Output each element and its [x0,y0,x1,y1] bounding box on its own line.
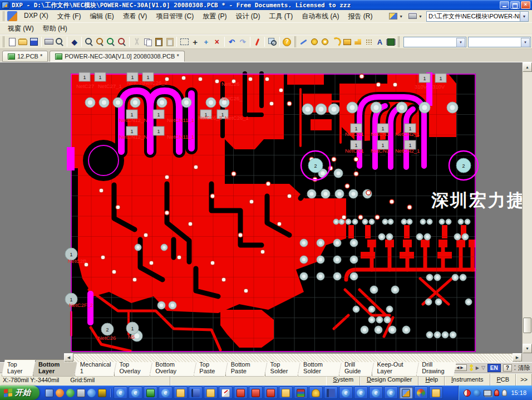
scroll-up-icon[interactable]: ▲ [523,62,532,72]
via[interactable] [342,215,346,219]
save-button[interactable] [28,36,40,48]
via[interactable] [376,82,381,87]
via[interactable] [132,277,137,282]
taskbar-window-button-22[interactable] [429,387,443,399]
taskbar-window-button-6[interactable] [189,387,203,399]
print-button[interactable] [43,36,55,48]
open-button[interactable] [18,36,29,48]
pcb-canvas[interactable]: 111111111111111111112122NetC27NetC27_1Ne… [0,62,532,362]
cut-button[interactable] [131,36,142,48]
ime-help-button[interactable]: ? [503,364,512,372]
board-tool-dropdown[interactable]: ▼ [387,12,405,21]
zoom-clear-button[interactable] [116,36,127,48]
ime-options-icon[interactable]: ⁚ [514,365,516,371]
taskbar-window-button-15[interactable] [324,387,338,399]
layers-button[interactable] [69,36,80,48]
net-label[interactable]: NetCN12_N [119,117,147,123]
via[interactable] [165,175,169,179]
taskbar-window-button-2[interactable] [129,387,142,399]
interactive-route-button[interactable] [252,36,263,48]
document-tab-2[interactable]: POWER-NEC-30A[V1.0] 20080308.PCB * [50,51,184,62]
place-polygon-button[interactable] [352,36,363,48]
taskbar-window-button-4[interactable] [159,387,173,399]
via[interactable] [366,191,371,195]
net-label[interactable]: NetCN1 [345,148,364,154]
taskbar-window-button-18[interactable] [369,387,383,399]
find-component-button[interactable] [267,36,278,48]
menu-design[interactable]: 设计 (D) [231,10,264,23]
net-label[interactable]: NetC2F_2 [69,302,93,308]
output-tool-dropdown[interactable]: ▼ [407,12,424,20]
net-label[interactable]: NetCN11_1 [167,134,194,140]
document-path-combo[interactable]: D:\工作文件\NEC模块\POWER-NEC-3 ▼ [426,11,529,22]
document-path-value[interactable]: D:\工作文件\NEC模块\POWER-NEC-3 [426,11,520,22]
panel-dots-icon[interactable] [469,364,474,371]
language-indicator[interactable]: EN [487,364,501,372]
net-label[interactable]: NetC26_2 [198,115,222,121]
menu-place[interactable]: 放置 (P) [198,10,231,23]
via[interactable] [287,194,292,198]
via[interactable] [210,261,215,265]
menu-autoroute[interactable]: 自动布线 (A) [297,10,343,23]
via[interactable] [354,172,358,176]
taskbar-window-button-10[interactable] [249,387,263,399]
net-combo[interactable] [468,37,531,47]
via[interactable] [266,182,270,186]
clear-filter-button[interactable] [211,36,223,48]
horizontal-scrollbar[interactable]: ◀ ▶ [64,353,522,362]
dxp-menu-icon[interactable] [7,11,17,21]
place-line-button[interactable] [298,36,309,48]
internet-explorer-icon[interactable] [87,389,96,397]
zoom-select-button[interactable] [106,36,117,48]
paste-button[interactable] [153,36,164,48]
menu-window[interactable]: 视窗 (W) [3,22,38,35]
via[interactable] [407,205,412,209]
via[interactable] [149,261,154,265]
menu-edit[interactable]: 编辑 (E) [85,10,118,23]
via[interactable] [359,74,364,79]
menu-file[interactable]: 文件 (F) [53,10,86,23]
net-label[interactable]: N5 [128,334,135,340]
undo-button[interactable] [226,36,238,48]
via[interactable] [231,172,236,176]
component-combo[interactable] [403,37,466,47]
net-label[interactable]: NetC26_1 [225,115,249,121]
move-button[interactable] [190,36,201,48]
net-label[interactable]: NetCN3 [371,131,390,137]
via[interactable] [116,205,120,209]
calculator-icon[interactable] [77,389,85,397]
layer-tab-top-layer[interactable]: Top Layer [2,359,36,377]
panels-more-button[interactable]: >> [516,374,532,386]
taskbar-window-button-8[interactable] [219,387,233,399]
via[interactable] [238,233,243,237]
scroll-down-icon[interactable]: ▼ [523,344,532,353]
net-label[interactable]: NetCN12_N [119,134,147,140]
taskbar-window-button-5[interactable] [174,387,188,399]
winamp-icon[interactable] [98,389,106,397]
net-label[interactable]: NetCN2_1 [395,148,420,154]
via[interactable] [244,289,248,293]
vertical-scroll-thumb[interactable] [523,318,531,333]
net-label[interactable]: NetCN11_1 [167,117,194,123]
via[interactable] [101,255,105,260]
pcb-drawing[interactable]: 111111111111111111112122NetC27NetC27_1Ne… [0,62,532,362]
select-rect-button[interactable] [179,36,190,48]
via[interactable] [393,82,397,87]
taskbar-window-button-11[interactable] [264,387,278,399]
via[interactable] [332,157,336,162]
close-button[interactable]: × [521,1,530,9]
copy-button[interactable] [142,36,153,48]
via[interactable] [198,77,203,81]
messenger-icon[interactable] [66,389,75,397]
place-string-button[interactable] [375,36,386,48]
taskbar-window-button-9[interactable] [234,387,248,399]
show-desktop-icon[interactable] [45,389,53,397]
help-button[interactable] [282,36,293,48]
menu-project[interactable]: 项目管理 (C) [151,10,198,23]
taskbar-window-button-14[interactable] [309,387,323,399]
net-label[interactable]: NetC26 [221,81,239,87]
media-player-icon[interactable] [56,389,64,397]
lamp-red-tray-icon[interactable] [494,389,499,396]
ime-clear-button[interactable]: 清除 [518,364,530,372]
via[interactable] [215,79,219,84]
